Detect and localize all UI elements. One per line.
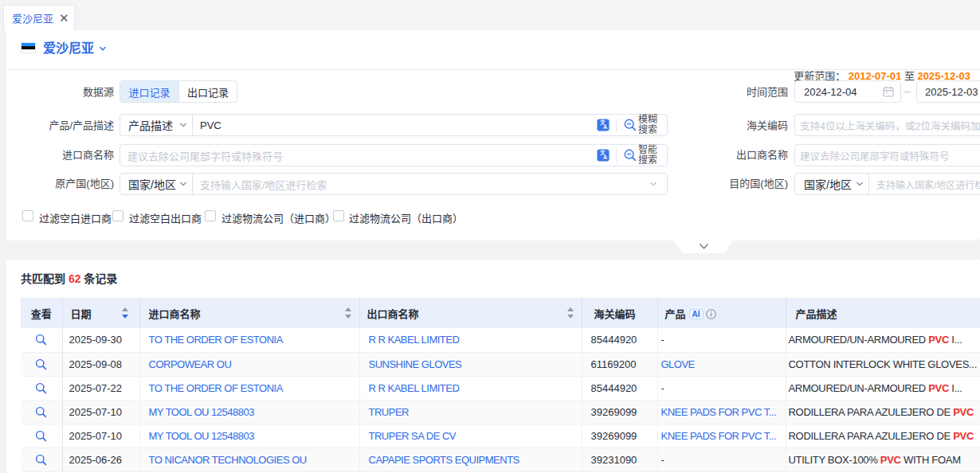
- svg-text:A: A: [603, 154, 607, 161]
- svg-text:A: A: [603, 124, 607, 131]
